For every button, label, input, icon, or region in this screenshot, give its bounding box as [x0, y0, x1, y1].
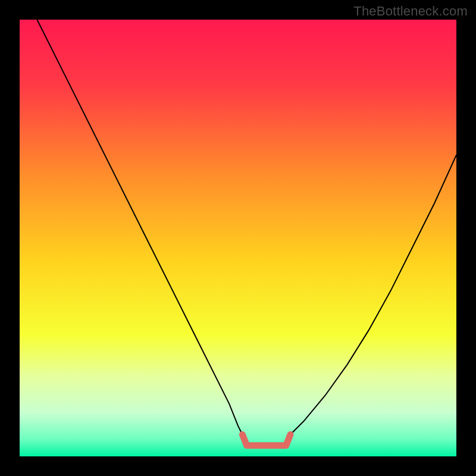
watermark-text: TheBottleneck.com	[353, 4, 468, 19]
bottleneck-curve-chart	[20, 20, 456, 456]
plot-background	[20, 20, 456, 456]
chart-frame: TheBottleneck.com	[0, 0, 476, 476]
